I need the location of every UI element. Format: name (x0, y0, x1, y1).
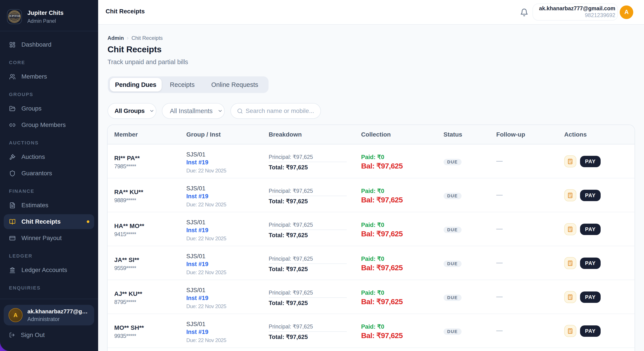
svg-text:JUPITER: JUPITER (9, 14, 20, 17)
svg-text:FRATERNITY FUND: FRATERNITY FUND (10, 18, 19, 19)
